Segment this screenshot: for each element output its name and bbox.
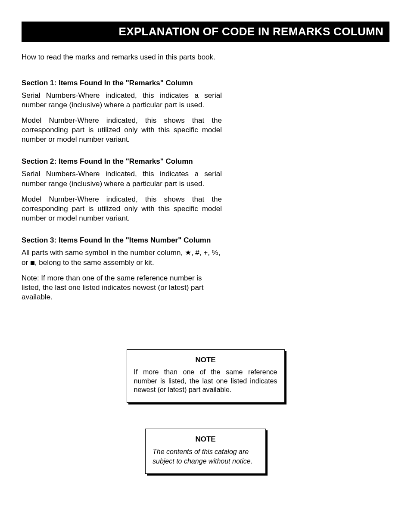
section-3-text-before: All parts with same symbol in the number… — [22, 249, 185, 257]
section-2-heading: Section 2: Items Found In the "Remarks" … — [22, 157, 222, 166]
note-box-2-title: NOTE — [153, 435, 258, 444]
section-1-para-2: Model Number-Where indicated, this shows… — [22, 116, 222, 144]
section-2-para-2: Model Number-Where indicated, this shows… — [22, 195, 222, 223]
star-icon: ★ — [185, 248, 191, 258]
intro-text: How to read the marks and remarks used i… — [22, 53, 389, 62]
spacer — [22, 500, 389, 532]
section-1: Section 1: Items Found In the "Remarks" … — [22, 79, 222, 144]
section-3-heading: Section 3: Items Found In the "Items Num… — [22, 236, 222, 245]
page-header-bar: EXPLANATION OF CODE IN REMARKS COLUMN — [22, 22, 389, 42]
note-box-2-body: The contents of this catalog are subject… — [153, 447, 258, 466]
section-3-para-1: All parts with same symbol in the number… — [22, 248, 222, 268]
note-box-1-wrapper: NOTE If more than one of the same refere… — [22, 349, 389, 403]
note-box-1-body: If more than one of the same reference n… — [134, 368, 277, 395]
section-1-para-1: Serial Numbers-Where indicated, this ind… — [22, 91, 222, 110]
note-box-1: NOTE If more than one of the same refere… — [127, 349, 285, 403]
section-2: Section 2: Items Found In the "Remarks" … — [22, 157, 222, 223]
section-1-heading: Section 1: Items Found In the "Remarks" … — [22, 79, 222, 87]
section-2-para-1: Serial Numbers-Where indicated, this ind… — [22, 169, 222, 188]
square-icon — [31, 261, 34, 265]
section-3: Section 3: Items Found In the "Items Num… — [22, 236, 222, 302]
note-box-1-title: NOTE — [134, 356, 277, 364]
section-3-text-after: , belong to the same assembly or kit. — [35, 258, 154, 267]
section-3-note: Note: If more than one of the same refer… — [22, 274, 222, 302]
note-box-2-wrapper: NOTE The contents of this catalog are su… — [22, 429, 389, 474]
note-box-2: NOTE The contents of this catalog are su… — [145, 429, 266, 474]
